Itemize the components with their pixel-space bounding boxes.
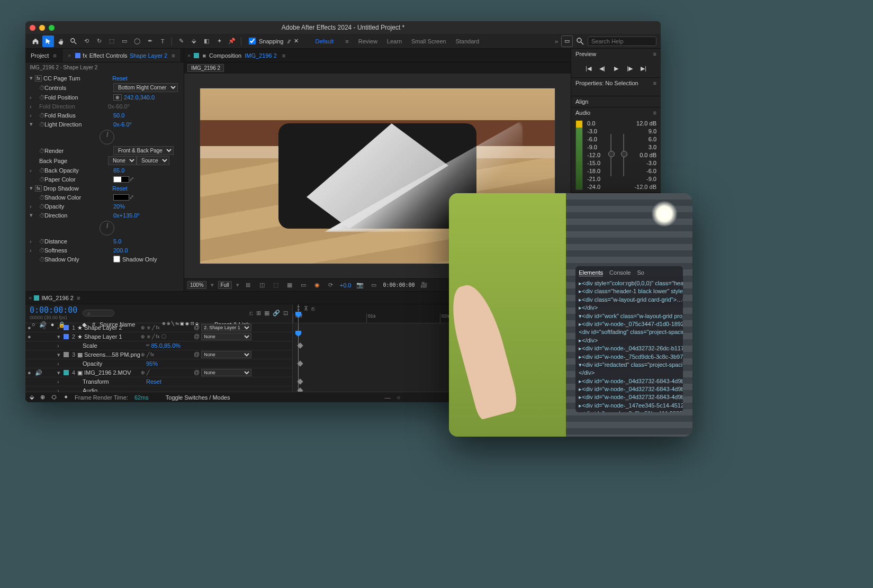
workspace-standard[interactable]: Standard [455, 38, 479, 44]
stopwatch-icon[interactable]: ⏱ [39, 247, 44, 254]
twirl-icon[interactable]: ▾ [30, 212, 35, 219]
puppet-tool[interactable]: 📌 [226, 35, 238, 47]
property-value[interactable]: 0x-60.0° [108, 103, 130, 110]
stopwatch-icon[interactable]: ⏱ [39, 85, 44, 91]
fx-target-link[interactable]: Shape Layer 2 [130, 52, 168, 59]
tl-option-icon[interactable]: ⊡ [283, 310, 288, 316]
color-swatch[interactable] [113, 176, 129, 183]
current-timecode[interactable]: 0:00:00:00 [30, 305, 77, 315]
effect-property-row[interactable]: ›⏱Opacity20% [25, 202, 184, 211]
twirl-icon[interactable]: › [57, 378, 62, 385]
close-tab-icon[interactable]: × [187, 52, 191, 59]
stopwatch-icon[interactable]: ⏱ [39, 203, 44, 210]
twirl-icon[interactable]: › [30, 238, 35, 245]
twirl-icon[interactable]: › [57, 360, 62, 367]
property-dropdown[interactable]: None [108, 156, 137, 165]
prev-frame-button[interactable]: ◀| [598, 64, 607, 73]
region-icon[interactable]: ⬚ [271, 281, 281, 290]
stopwatch-icon[interactable]: ⏱ [39, 112, 44, 119]
quality-dropdown[interactable]: Full [218, 281, 232, 289]
visibility-toggle[interactable]: ● [28, 324, 35, 331]
grid-icon[interactable]: ▦ [285, 281, 294, 290]
camera-icon[interactable]: 🎥 [419, 281, 429, 290]
effect-property-row[interactable]: ▾⏱Direction0x+135.0° [25, 211, 184, 220]
viewport-timecode[interactable]: 0:00:00:00 [383, 282, 415, 288]
playhead[interactable] [298, 304, 299, 323]
play-button[interactable]: ▶ [611, 64, 621, 73]
tl-option-icon[interactable]: ⊞ [256, 310, 261, 316]
panel-menu-icon[interactable]: ≡ [653, 51, 656, 57]
layer-name[interactable]: ★Shape Layer 2 [77, 324, 141, 331]
panel-menu-icon[interactable]: ≡ [653, 80, 656, 86]
switches[interactable]: ⊕ ※ ╱ fx [141, 334, 194, 339]
effect-property-row[interactable]: ▾⏱Light Direction0x-6.0° [25, 120, 184, 129]
tl-icon[interactable]: ⎋ [311, 305, 315, 312]
snapping-toggle[interactable]: Snapping ⫽ ✕ [249, 38, 299, 44]
label-color[interactable] [64, 334, 69, 339]
layer-name[interactable]: ★Shape Layer 1 [77, 333, 141, 340]
property-row[interactable]: ›Transform Reset [25, 377, 292, 386]
panel-menu-icon[interactable]: ≡ [77, 295, 80, 301]
tl-footer-icon[interactable]: ✦ [64, 394, 68, 401]
mask-icon[interactable]: ◫ [257, 281, 267, 290]
maximize-window-button[interactable] [49, 25, 55, 31]
snapshot-icon[interactable]: 📷 [355, 281, 365, 290]
unified-camera-tool[interactable]: ⬚ [106, 35, 118, 47]
channel-icon[interactable]: ◉ [312, 281, 322, 290]
effect-property-row[interactable]: ›⏱Softness200.0 [25, 246, 184, 255]
workspace-small-screen[interactable]: Small Screen [411, 38, 446, 44]
timeline-tab[interactable]: IMG_2196 2 [41, 295, 74, 301]
fx-badge-icon[interactable]: fx [35, 75, 42, 82]
titlebar[interactable]: Adobe After Effects 2024 - Untitled Proj… [25, 21, 661, 34]
show-snapshot-icon[interactable]: ▭ [369, 281, 379, 290]
guides-icon[interactable]: ▭ [299, 281, 308, 290]
effect-property-row[interactable]: ›⏱Fold Radius50.0 [25, 111, 184, 120]
pickwhip-icon[interactable]: @ [194, 351, 200, 357]
property-value[interactable]: 0x-6.0° [113, 121, 132, 128]
selection-tool[interactable] [42, 35, 54, 47]
property-dropdown[interactable]: Bottom Right Corner [113, 83, 178, 92]
roto-tool[interactable]: ✦ [213, 35, 225, 47]
hand-tool[interactable] [55, 35, 67, 47]
layer-name[interactable]: ▦Screens....58 PM.png [77, 351, 141, 358]
snap-opt-icon[interactable]: ⫽ [286, 38, 292, 44]
pickwhip-icon[interactable]: @ [194, 324, 200, 330]
effect-property-row[interactable]: ⏱ControlsBottom Right Corner [25, 83, 184, 93]
effect-property-row[interactable]: ⏱RenderFront & Back Page [25, 146, 184, 156]
reset-exposure-icon[interactable]: ⟳ [326, 281, 336, 290]
visibility-toggle[interactable]: ● [28, 369, 35, 376]
layer-row[interactable]: ▾3▦Screens....58 PM.png⊕ ╱ fx@ None [25, 350, 292, 359]
clone-tool[interactable]: ⬙ [188, 35, 200, 47]
workspace-default[interactable]: Default [316, 38, 334, 44]
tl-icon[interactable]: ⊼ [304, 305, 308, 312]
timeline-search[interactable] [83, 310, 114, 316]
workspace-overflow-icon[interactable]: » [555, 38, 558, 44]
property-checkbox[interactable] [113, 256, 120, 263]
orbit-tool[interactable]: ⟲ [80, 35, 92, 47]
property-value[interactable]: 20% [113, 203, 125, 210]
property-row[interactable]: ›Scale∞ 85.0,85.0% [25, 341, 292, 350]
layer-row[interactable]: ●▾2★Shape Layer 1⊕ ※ ╱ fx @ None [25, 332, 292, 341]
switches[interactable]: ⊕ ╱ [141, 370, 194, 375]
eyedropper-icon[interactable]: ⤢ [129, 194, 134, 201]
workspace-menu-button[interactable]: ▭ [561, 35, 573, 47]
stopwatch-icon[interactable]: ⏱ [39, 194, 44, 201]
effect-property-row[interactable]: ›⏱Fold Position⊕242.0,340.0 [25, 93, 184, 102]
panel-menu-icon[interactable]: ≡ [172, 52, 175, 59]
fx-badge-icon[interactable]: fx [35, 185, 42, 192]
label-color[interactable] [64, 325, 69, 330]
first-frame-button[interactable]: |◀ [584, 64, 593, 73]
panel-menu-icon[interactable]: ≡ [653, 110, 656, 116]
twirl-icon[interactable]: ▾ [57, 351, 62, 358]
layer-name[interactable]: ▣IMG_2196 2.MOV [77, 369, 141, 376]
property-value[interactable]: 85.0 [113, 167, 124, 174]
effect-property-row[interactable]: ⏱Shadow OnlyShadow Only [25, 255, 184, 264]
parent-dropdown[interactable]: None [201, 369, 251, 376]
reset-link[interactable]: Reset [112, 185, 128, 192]
eyedropper-icon[interactable]: ⤢ [129, 176, 134, 183]
hamburger-icon[interactable]: ≡ [345, 38, 348, 44]
home-tool[interactable] [30, 35, 41, 47]
effect-property-row[interactable]: ⏱Paper Color ⤢ [25, 175, 184, 184]
effect-property-row[interactable]: ›Fold Direction0x-60.0° [25, 102, 184, 111]
property-dropdown[interactable]: Front & Back Page [113, 146, 174, 155]
